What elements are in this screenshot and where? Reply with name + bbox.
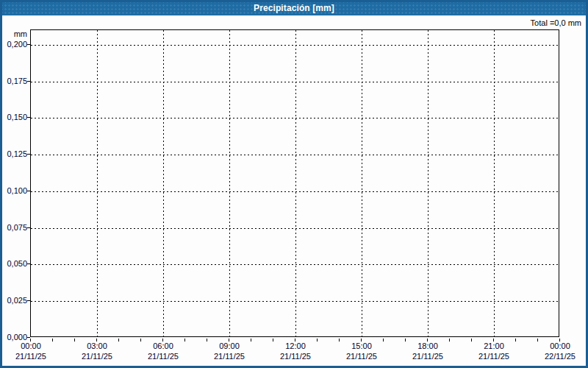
x-axis-time-label: 12:00 [268, 342, 323, 351]
vertical-gridline [494, 30, 495, 336]
horizontal-gridline [31, 118, 559, 118]
y-axis-tick [27, 117, 30, 118]
x-axis-date-label: 21/11/25 [4, 352, 58, 361]
y-axis-tick-label: 0,000 [0, 333, 27, 342]
x-axis-date-label: 21/11/25 [70, 352, 124, 361]
horizontal-gridline [31, 82, 559, 82]
horizontal-gridline [31, 228, 559, 229]
vertical-gridline [428, 30, 429, 336]
chart-title: Precipitación [mm] [254, 3, 334, 13]
x-axis-date-label: 21/11/25 [136, 352, 190, 361]
y-axis-tick [27, 154, 30, 155]
vertical-gridline [295, 30, 296, 336]
x-axis-time-label: 00:00 [533, 342, 587, 351]
horizontal-gridline [31, 155, 559, 155]
y-axis-tick-label: 0,025 [0, 296, 27, 305]
x-axis-date-label: 21/11/25 [334, 352, 389, 361]
y-axis-tick [27, 227, 30, 228]
y-axis-tick [27, 337, 30, 338]
x-axis-date-label: 21/11/25 [202, 352, 257, 361]
y-axis-tick [27, 191, 30, 191]
y-axis-tick-label: 0,100 [0, 186, 27, 195]
horizontal-gridline [31, 264, 559, 265]
y-axis-unit-label: mm [0, 29, 27, 38]
x-axis-date-label: 21/11/25 [401, 352, 455, 361]
y-axis-tick [27, 81, 30, 82]
x-axis-time-label: 18:00 [401, 342, 455, 351]
horizontal-gridline [31, 191, 559, 192]
x-axis-date-label: 21/11/25 [467, 352, 521, 361]
vertical-gridline [229, 30, 230, 336]
x-axis-time-label: 06:00 [136, 342, 190, 351]
vertical-gridline [362, 30, 362, 336]
y-axis-tick-label: 0,125 [0, 149, 27, 158]
x-axis-time-label: 15:00 [334, 342, 389, 351]
vertical-gridline [163, 30, 164, 336]
y-axis-tick [27, 44, 30, 45]
horizontal-gridline [31, 45, 559, 46]
y-axis-tick-label: 0,075 [0, 223, 27, 232]
y-axis-tick [27, 263, 30, 264]
x-axis-time-label: 03:00 [70, 342, 124, 351]
x-axis-time-label: 00:00 [4, 342, 58, 351]
chart-title-bar: Precipitación [mm] [0, 0, 588, 15]
x-axis-time-label: 09:00 [202, 342, 257, 351]
y-axis-tick-label: 0,150 [0, 113, 27, 121]
total-precipitation-label: Total =0,0 mm [531, 18, 581, 27]
x-axis-date-label: 21/11/25 [268, 352, 323, 361]
precipitation-chart-window: Precipitación [mm] Total =0,0 mm mm 0,20… [0, 0, 588, 368]
y-axis-tick [27, 300, 30, 301]
x-axis-date-label: 22/11/25 [533, 352, 587, 361]
y-axis-tick-label: 0,200 [0, 40, 27, 49]
horizontal-gridline [31, 301, 559, 302]
vertical-gridline [97, 30, 98, 336]
y-axis-tick-label: 0,050 [0, 259, 27, 268]
y-axis-tick-label: 0,175 [0, 77, 27, 85]
x-axis-time-label: 21:00 [467, 342, 521, 351]
plot-area [30, 29, 559, 337]
